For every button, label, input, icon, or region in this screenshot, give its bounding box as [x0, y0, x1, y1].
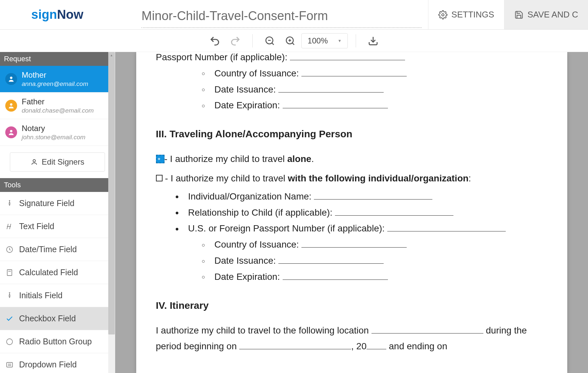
initials-icon: [5, 291, 14, 300]
signer-name: Mother: [22, 70, 110, 80]
bullet-circle-icon: [202, 89, 205, 91]
document-title[interactable]: Minor-Child-Travel-Consent-Form: [141, 5, 422, 28]
blank-line: [301, 76, 407, 76]
doc-text: .: [311, 154, 314, 164]
blank-line: [283, 280, 388, 280]
save-icon: [514, 10, 524, 19]
settings-button[interactable]: SETTINGS: [428, 0, 504, 29]
checkbox-empty-icon: [156, 175, 163, 181]
edit-signers-label: Edit Signers: [42, 157, 84, 167]
svg-point-9: [10, 77, 12, 79]
checkbox-icon: [5, 314, 14, 323]
signer-name: Father: [22, 97, 110, 106]
signer-father[interactable]: Father donald.chase@email.com: [0, 93, 115, 119]
doc-line: Country of Issuance:: [156, 66, 548, 81]
svg-rect-20: [7, 362, 13, 367]
blank-line: [301, 247, 407, 248]
app-header: signNow Minor-Child-Travel-Consent-Form …: [0, 0, 588, 30]
tool-signature-field[interactable]: Signature Field: [0, 192, 115, 215]
blank-line: [387, 231, 506, 231]
tool-label: Initials Field: [19, 291, 63, 300]
doc-text: Passport Number (if applicable):: [156, 52, 290, 62]
tool-label: Checkbox Field: [19, 314, 76, 323]
placed-checkbox-field[interactable]: [156, 155, 165, 163]
doc-line: - I authorize my child to travel alone.: [156, 152, 548, 167]
svg-point-11: [10, 130, 12, 132]
bullet-circle-icon: [202, 105, 205, 107]
doc-line: Date Expiration:: [156, 98, 548, 113]
tool-checkbox-field[interactable]: Checkbox Field: [0, 307, 115, 330]
tool-dropdown-field[interactable]: Dropdown Field: [0, 353, 115, 373]
zoom-select[interactable]: 100% ▼: [301, 33, 348, 48]
tool-calculated-field[interactable]: Calculated Field: [0, 261, 115, 284]
person-icon: [5, 100, 17, 112]
redo-button[interactable]: [226, 32, 244, 50]
text-icon: [5, 222, 14, 231]
signer-info: Notary john.stone@email.com: [22, 124, 110, 141]
logo-sign: sign: [31, 8, 57, 21]
document-viewport[interactable]: Passport Number (if applicable): Country…: [115, 52, 588, 373]
doc-text: period beginning on: [156, 341, 240, 351]
doc-line: Individual/Organization Name:: [156, 189, 548, 204]
tool-text-field[interactable]: Text Field: [0, 215, 115, 238]
doc-line: period beginning on , 20 and ending on: [156, 339, 548, 354]
doc-text: , 20: [351, 341, 367, 351]
signer-name: Notary: [22, 124, 110, 133]
tool-label: Signature Field: [19, 199, 74, 208]
blank-line: [239, 349, 351, 349]
toolbar-separator: [252, 34, 253, 47]
blank-line: [283, 108, 388, 108]
doc-text-bold: with the following individual/organizati…: [288, 173, 469, 183]
sidebar-scrollbar[interactable]: ▴: [108, 52, 115, 373]
bullet-dot-icon: [176, 212, 178, 214]
doc-line: Date Issuance:: [156, 253, 548, 268]
svg-line-5: [292, 43, 294, 45]
doc-text: Date Issuance:: [215, 84, 279, 94]
doc-text: and ending on: [386, 341, 447, 351]
signer-info: Father donald.chase@email.com: [22, 97, 110, 114]
doc-line: Passport Number (if applicable):: [156, 52, 548, 65]
download-button[interactable]: [364, 32, 382, 50]
tool-label: Dropdown Field: [19, 360, 77, 369]
main-area: Request Mother anna.green@email.com Fath…: [0, 52, 588, 373]
tools-section-header: Tools: [0, 178, 115, 192]
tool-label: Date/Time Field: [19, 245, 77, 254]
signer-mother[interactable]: Mother anna.green@email.com: [0, 66, 115, 93]
section-heading: III. Traveling Alone/Accompanying Person: [156, 126, 548, 142]
tool-datetime-field[interactable]: Date/Time Field: [0, 238, 115, 261]
scrollbar-thumb[interactable]: [108, 52, 115, 334]
blank-line: [290, 60, 405, 60]
header-actions: SETTINGS SAVE AND C: [428, 0, 588, 29]
doc-text-bold: alone: [287, 154, 311, 164]
doc-text: Country of Issuance:: [215, 68, 302, 78]
person-icon: [31, 158, 38, 166]
toolbar-separator: [356, 34, 356, 47]
bullet-circle-icon: [202, 72, 205, 75]
save-button[interactable]: SAVE AND C: [504, 0, 588, 29]
bullet-circle-icon: [202, 276, 205, 279]
tool-initials-field[interactable]: Initials Field: [0, 284, 115, 307]
tool-label: Text Field: [19, 222, 54, 231]
zoom-value: 100%: [308, 36, 328, 45]
doc-text: - I authorize my child to travel: [165, 173, 288, 183]
blank-line: [335, 215, 453, 216]
document-page[interactable]: Passport Number (if applicable): Country…: [136, 52, 567, 373]
edit-signers-button[interactable]: Edit Signers: [10, 152, 105, 172]
doc-text: during the: [483, 325, 527, 335]
tool-radio-button-group[interactable]: Radio Button Group: [0, 330, 115, 353]
doc-line: Date Expiration:: [156, 270, 548, 284]
zoom-in-button[interactable]: [281, 32, 299, 50]
signer-notary[interactable]: Notary john.stone@email.com: [0, 119, 115, 146]
doc-text: I authorize my child to travel to the fo…: [156, 325, 371, 335]
blank-line: [371, 333, 483, 333]
zoom-out-button[interactable]: [261, 32, 279, 50]
blank-line: [367, 349, 386, 349]
doc-text: U.S. or Foreign Passport Number (if appl…: [188, 223, 387, 233]
blank-line: [314, 199, 432, 200]
undo-button[interactable]: [206, 32, 224, 50]
scroll-up-icon[interactable]: ▴: [108, 52, 115, 58]
sidebar: Request Mother anna.green@email.com Fath…: [0, 52, 115, 373]
section-heading: IV. Itinerary: [156, 298, 548, 313]
settings-label: SETTINGS: [451, 10, 494, 20]
chevron-down-icon: ▼: [338, 39, 342, 43]
